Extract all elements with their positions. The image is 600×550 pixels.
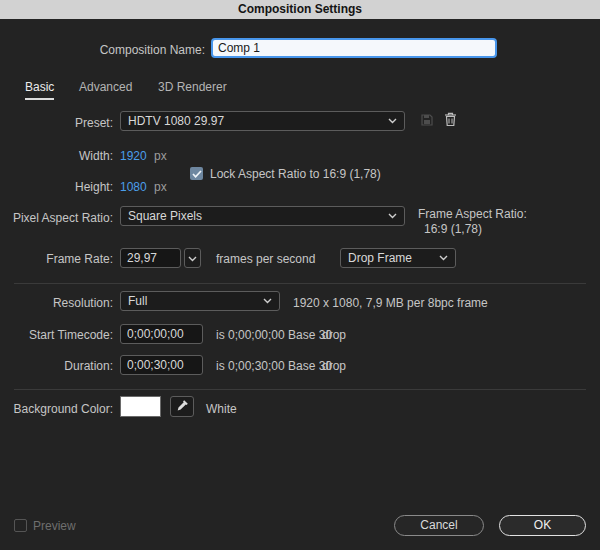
preset-dropdown[interactable]: HDTV 1080 29.97 bbox=[120, 111, 405, 131]
background-color-name: White bbox=[206, 402, 237, 416]
tab-advanced[interactable]: Advanced bbox=[79, 80, 132, 98]
background-color-swatch[interactable] bbox=[120, 396, 161, 417]
height-unit: px bbox=[154, 180, 167, 194]
divider bbox=[14, 283, 586, 284]
start-timecode-label: Start Timecode: bbox=[0, 328, 113, 342]
chevron-down-icon bbox=[388, 118, 397, 124]
chevron-down-icon bbox=[388, 213, 397, 219]
tab-3d-renderer[interactable]: 3D Renderer bbox=[158, 80, 227, 98]
preview-label: Preview bbox=[33, 519, 76, 533]
width-value-row: 1920 px bbox=[120, 149, 167, 163]
start-timecode-input[interactable] bbox=[120, 324, 203, 344]
resolution-info: 1920 x 1080, 7,9 MB per 8bpc frame bbox=[293, 296, 488, 310]
ok-button[interactable]: OK bbox=[499, 515, 586, 536]
delete-preset-button[interactable] bbox=[440, 111, 460, 131]
pixel-aspect-value: Square Pixels bbox=[128, 209, 202, 223]
eyedropper-button[interactable] bbox=[170, 396, 194, 417]
frame-rate-label: Frame Rate: bbox=[0, 252, 113, 266]
duration-label: Duration: bbox=[0, 359, 113, 373]
resolution-label: Resolution: bbox=[0, 296, 113, 310]
frame-aspect-value: 16:9 (1,78) bbox=[424, 222, 482, 236]
height-label: Height: bbox=[0, 180, 113, 194]
frame-rate-presets-button[interactable] bbox=[184, 248, 201, 268]
save-preset-button[interactable] bbox=[417, 112, 437, 130]
cancel-button[interactable]: Cancel bbox=[394, 515, 484, 536]
start-timecode-drop: drop bbox=[322, 328, 346, 342]
chevron-down-icon bbox=[263, 298, 272, 304]
resolution-value: Full bbox=[128, 294, 147, 308]
lock-aspect-checkbox[interactable] bbox=[190, 167, 203, 180]
preview-checkbox[interactable] bbox=[14, 519, 27, 532]
frame-rate-suffix: frames per second bbox=[216, 252, 315, 266]
save-preset-icon bbox=[420, 113, 434, 130]
check-icon bbox=[192, 167, 202, 181]
lock-aspect-label: Lock Aspect Ratio to 16:9 (1,78) bbox=[210, 167, 381, 181]
duration-input[interactable] bbox=[120, 355, 203, 375]
background-color-label: Background Color: bbox=[0, 402, 113, 416]
pixel-aspect-label: Pixel Aspect Ratio: bbox=[0, 211, 113, 225]
frame-aspect-label: Frame Aspect Ratio: bbox=[418, 207, 527, 221]
tab-basic[interactable]: Basic bbox=[25, 80, 54, 100]
composition-name-input[interactable] bbox=[211, 38, 497, 58]
dialog-title: Composition Settings bbox=[0, 0, 600, 19]
divider bbox=[14, 389, 586, 390]
duration-drop: drop bbox=[322, 359, 346, 373]
composition-name-label: Composition Name: bbox=[0, 43, 205, 57]
trash-icon bbox=[444, 112, 457, 130]
height-value[interactable]: 1080 bbox=[120, 180, 147, 194]
drop-frame-dropdown[interactable]: Drop Frame bbox=[340, 248, 456, 268]
height-value-row: 1080 px bbox=[120, 180, 167, 194]
pixel-aspect-dropdown[interactable]: Square Pixels bbox=[120, 206, 405, 226]
width-label: Width: bbox=[0, 149, 113, 163]
preset-value: HDTV 1080 29.97 bbox=[128, 114, 224, 128]
drop-frame-value: Drop Frame bbox=[348, 251, 412, 265]
duration-info: is 0;00;30;00 Base 30 bbox=[216, 359, 332, 373]
frame-rate-input[interactable] bbox=[120, 248, 181, 268]
width-unit: px bbox=[154, 149, 167, 163]
chevron-down-icon bbox=[439, 255, 448, 261]
chevron-down-icon bbox=[188, 251, 197, 265]
eyedropper-icon bbox=[176, 399, 189, 415]
composition-settings-dialog: Composition Settings Composition Name: B… bbox=[0, 0, 600, 550]
resolution-dropdown[interactable]: Full bbox=[120, 291, 280, 311]
width-value[interactable]: 1920 bbox=[120, 149, 147, 163]
preset-label: Preset: bbox=[0, 116, 113, 130]
start-timecode-info: is 0;00;00;00 Base 30 bbox=[216, 328, 332, 342]
